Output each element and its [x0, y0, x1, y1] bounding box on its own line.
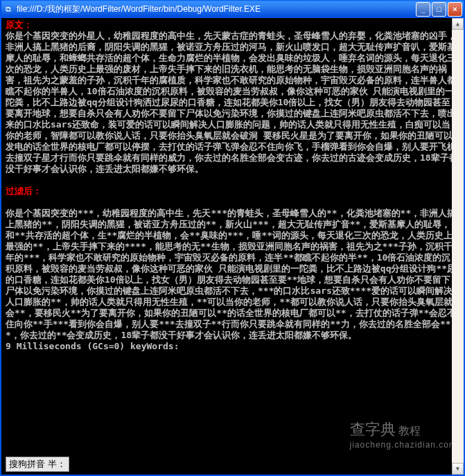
vertical-scrollbar[interactable]: ▲ ▼	[452, 18, 464, 475]
watermark: 查字典 教程 jiaocheng.chazidian.com	[350, 419, 457, 450]
maximize-button[interactable]: □	[432, 2, 446, 17]
window-controls: _ □ ×	[416, 2, 462, 17]
console-content[interactable]: 原文： 你是个基因突变的外星人，幼稚园程度的高中生，先天蒙古症的青蛙头，圣母峰雪…	[1, 18, 464, 475]
filtered-text: 你是个基因突变的***，幼稚园程度的高中生，先天***的青蛙头，圣母峰雪人的**…	[6, 208, 459, 341]
minimize-button[interactable]: _	[416, 2, 430, 17]
scroll-down-button[interactable]: ▼	[452, 463, 464, 475]
app-icon: ⧉	[3, 3, 14, 15]
scroll-track[interactable]	[452, 30, 464, 463]
heading-filtered: 过滤后：	[6, 186, 459, 197]
blank-line-1	[6, 175, 459, 186]
window-title: file:///D:/我的框架/WordFilter/WordFilter/bi…	[17, 3, 416, 15]
blank-line-2	[6, 197, 459, 208]
watermark-sub: jiaocheng.chazidian.com	[350, 440, 457, 450]
watermark-main: 查字典	[350, 421, 396, 438]
heading-original: 原文：	[6, 19, 459, 30]
titlebar[interactable]: ⧉ file:///D:/我的框架/WordFilter/WordFilter/…	[1, 0, 464, 18]
ime-label: 搜狗拼音 半：	[9, 459, 66, 469]
scroll-up-button[interactable]: ▲	[452, 18, 464, 30]
original-text: 你是个基因突变的外星人，幼稚园程度的高中生，先天蒙古症的青蛙头，圣母峰雪人的弃婴…	[6, 30, 459, 175]
ime-status-bar[interactable]: 搜狗拼音 半：	[6, 457, 69, 472]
close-button[interactable]: ×	[448, 2, 462, 17]
app-window: ⧉ file:///D:/我的框架/WordFilter/WordFilter/…	[0, 0, 465, 476]
timing-line: 9 Milliseconds (GCs=0) keyWords:	[6, 341, 459, 352]
